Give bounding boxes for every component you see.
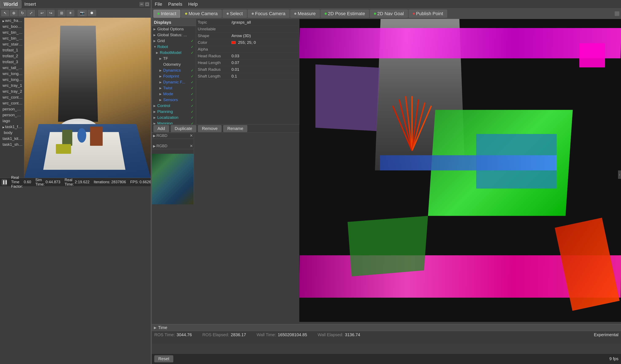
expand-icon: ▶ <box>159 75 162 78</box>
interact-button[interactable]: Interact <box>154 10 180 18</box>
display-label: Robot <box>157 44 190 49</box>
scene-item[interactable]: trofast_3 <box>0 59 24 65</box>
toolbar-record[interactable]: ⏺ <box>88 10 96 16</box>
scene-item[interactable]: wrc_tray_1 <box>0 83 24 88</box>
toolbar-lights[interactable]: ☀ <box>66 10 74 16</box>
toolbar-grid[interactable]: ⊞ <box>58 10 66 16</box>
insert-menu[interactable]: Insert <box>21 1 39 8</box>
display-tf[interactable]: ▶ TF <box>152 56 196 62</box>
expand-icon: ▶ <box>154 33 156 37</box>
toolbar-translate[interactable]: ⊕ <box>10 10 18 16</box>
toolbar-redo[interactable]: ↪ <box>47 10 55 16</box>
display-dynamic-f[interactable]: ▶ Dynamic F... ✓ <box>152 79 196 85</box>
add-display-button[interactable]: Add <box>154 125 169 132</box>
display-robot-model[interactable]: ▶ RobotModel ✓ <box>152 50 196 56</box>
toolbar-undo[interactable]: ↩ <box>38 10 46 16</box>
measure-button[interactable]: Measure <box>290 10 320 18</box>
pc-green-bottom <box>348 216 428 277</box>
scene-item[interactable]: task1_food_y... <box>0 124 24 130</box>
display-label: RobotModel <box>160 50 190 55</box>
rviz-help-menu[interactable]: Help <box>185 1 201 8</box>
display-mode[interactable]: ▶ Mode ✓ <box>152 91 196 97</box>
display-twist[interactable]: ▶ Twist ✓ <box>152 85 196 91</box>
scene-item[interactable]: wrc_long_tab... <box>0 77 24 83</box>
display-label: Mapping <box>157 121 190 124</box>
select-button[interactable]: Select <box>223 10 247 18</box>
display-planning[interactable]: ▶ Planning ✓ <box>152 109 196 115</box>
scene-item[interactable]: wrc_stair_lik... <box>0 41 24 47</box>
toolbar-arrow[interactable]: ↖ <box>1 10 9 16</box>
publish-point-button[interactable]: Publish Point <box>409 10 447 18</box>
check-icon: ✓ <box>191 74 195 78</box>
pose-estimate-button[interactable]: 2D Pose Estimate <box>321 10 369 18</box>
color-swatch[interactable] <box>231 41 236 44</box>
display-global-status[interactable]: ▶ Global Status: ... <box>152 32 196 38</box>
check-icon: ✓ <box>191 116 195 120</box>
camera-close-1[interactable]: ✕ <box>190 133 193 138</box>
scene-item[interactable]: wrc_contain... <box>0 100 24 106</box>
scene-item[interactable]: iago <box>0 118 24 124</box>
scene-item[interactable]: wrc_bin_green <box>0 35 24 41</box>
scene-item[interactable]: body <box>0 130 24 136</box>
toolbar-screenshot[interactable]: 📷 <box>78 10 87 16</box>
remove-display-button[interactable]: Remove <box>198 125 222 132</box>
display-dynamics[interactable]: ▶ Dynamics ✓ <box>152 67 196 73</box>
display-control[interactable]: ▶ Control ✓ <box>152 103 196 109</box>
displays-header: Displays <box>152 19 196 26</box>
rviz-file-menu[interactable]: File <box>152 1 165 8</box>
scene-item[interactable]: person_stan... <box>0 112 24 118</box>
scene-item[interactable]: wrc_long_table <box>0 71 24 77</box>
scene-item[interactable]: wrc_bin_black <box>0 30 24 35</box>
display-sensors[interactable]: ▶ Sensors ✓ <box>152 97 196 103</box>
scene-item[interactable]: wrc_tray_2 <box>0 88 24 94</box>
left-toolbar: ↖ ⊕ ↻ ⤢ ↩ ↪ ⊞ ☀ 📷 ⏺ <box>0 8 151 18</box>
toolbar-rotate[interactable]: ↻ <box>18 10 26 16</box>
scene-item[interactable]: wrc_tall_table <box>0 65 24 71</box>
display-localization[interactable]: ▶ Localization ✓ <box>152 115 196 120</box>
time-reset-button[interactable]: Reset <box>154 355 173 362</box>
scene-item[interactable]: task1_shapei... <box>0 142 24 148</box>
scene-item[interactable]: trofast_1 <box>0 47 24 53</box>
display-label: Twist <box>163 86 190 90</box>
rviz-viewport[interactable]: › <box>299 19 621 322</box>
rviz-panels-menu[interactable]: Panels <box>165 1 185 8</box>
display-global-options[interactable]: ▶ Global Options <box>152 26 196 32</box>
sim-time-value: 0:44.873 <box>46 180 60 184</box>
shaft-length-label: Shaft Length <box>198 74 231 79</box>
expand-btn[interactable] <box>615 11 619 16</box>
scene-item[interactable]: trofast_2 <box>0 53 24 59</box>
scene-item[interactable]: person_stan... <box>0 106 24 112</box>
display-odometry[interactable]: Odometry <box>152 62 196 67</box>
display-robot[interactable]: ▼ Robot ✓ <box>152 44 196 50</box>
display-footprint[interactable]: ▶ Footprint ✓ <box>152 73 196 79</box>
interact-dot <box>157 13 160 15</box>
camera-feed-view[interactable] <box>152 154 194 204</box>
scene-item[interactable]: task1_kitche... <box>0 136 24 142</box>
expand-icon: ▼ <box>154 45 156 49</box>
min-btn[interactable]: − <box>139 2 144 7</box>
display-mapping[interactable]: ▶ Mapping ✓ <box>152 120 196 124</box>
experimental-label: Experimental <box>594 332 619 337</box>
duplicate-display-button[interactable]: Duplicate <box>171 125 196 132</box>
play-pause-button[interactable]: ▐▐ <box>2 179 7 185</box>
expand-icon: ▶ <box>154 116 156 119</box>
camera-label-2: ▶ RGBD ✕ <box>152 143 194 149</box>
fps-value-left: 0.6626 <box>139 180 151 184</box>
max-btn[interactable]: □ <box>145 2 149 7</box>
scene-item[interactable]: wrc_frame <box>0 18 24 24</box>
camera-close-2[interactable]: ✕ <box>190 144 193 148</box>
move-camera-button[interactable]: Move Camera <box>181 10 222 18</box>
display-label: Mode <box>163 92 190 96</box>
rename-display-button[interactable]: Rename <box>223 125 247 132</box>
scene-item[interactable]: wrc_contain... <box>0 94 24 100</box>
gazebo-viewport[interactable] <box>24 18 151 178</box>
interact-label: Interact <box>161 11 176 17</box>
nav-goal-button[interactable]: 2D Nav Goal <box>370 10 408 18</box>
world-menu[interactable]: World <box>0 0 21 8</box>
toolbar-scale[interactable]: ⤢ <box>27 10 35 16</box>
focus-camera-button[interactable]: Focus Camera <box>248 10 289 18</box>
viewport-expand-btn[interactable]: › <box>618 170 621 179</box>
display-grid[interactable]: ▶ Grid ✓ <box>152 38 196 44</box>
real-time-value: 2:19.622 <box>75 180 90 184</box>
scene-item[interactable]: wrc_bookshelf <box>0 24 24 30</box>
